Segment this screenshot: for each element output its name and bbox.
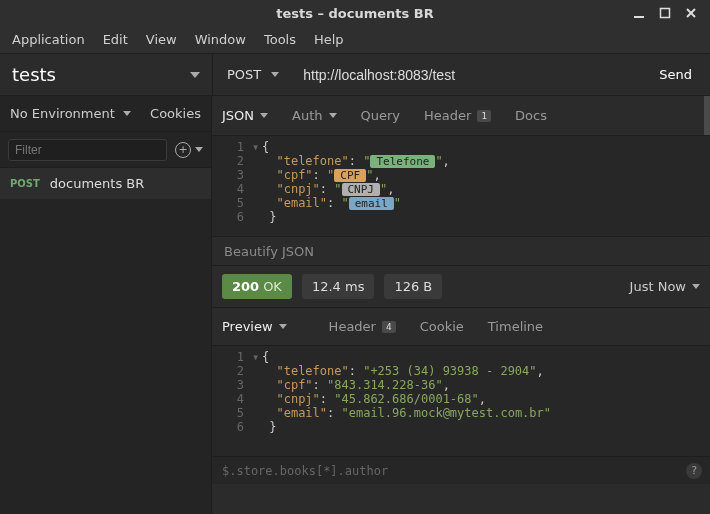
chevron-down-icon bbox=[123, 111, 131, 116]
code-line: 5 "email": "email.96.mock@mytest.com.br" bbox=[212, 406, 710, 420]
fold-icon bbox=[252, 364, 262, 378]
tab-header[interactable]: Header 1 bbox=[424, 108, 491, 123]
time-pill[interactable]: 12.4 ms bbox=[302, 274, 375, 299]
chevron-down-icon bbox=[195, 147, 203, 152]
template-chip[interactable]: email bbox=[349, 197, 394, 210]
tab-docs[interactable]: Docs bbox=[515, 108, 547, 123]
tab-timeline[interactable]: Timeline bbox=[488, 319, 543, 334]
code-content: "cnpj": "45.862.686/0001-68", bbox=[262, 392, 486, 406]
jsonpath-placeholder: $.store.books[*].author bbox=[222, 464, 388, 478]
response-tabs: Preview Header 4 Cookie Timeline bbox=[212, 308, 710, 346]
chevron-down-icon bbox=[260, 113, 268, 118]
fold-icon bbox=[252, 392, 262, 406]
request-tabs: JSON Auth Query Header 1 Docs bbox=[212, 96, 710, 136]
chevron-down-icon bbox=[271, 72, 279, 77]
code-content: } bbox=[262, 210, 276, 224]
send-button[interactable]: Send bbox=[641, 54, 710, 95]
menu-application[interactable]: Application bbox=[4, 28, 93, 51]
line-number: 3 bbox=[212, 168, 252, 182]
code-content: "email": "email" bbox=[262, 196, 401, 210]
topbar: tests POST Send bbox=[0, 54, 710, 96]
add-request-button[interactable]: + bbox=[175, 142, 203, 158]
line-number: 5 bbox=[212, 196, 252, 210]
template-chip[interactable]: Telefone bbox=[370, 155, 435, 168]
line-number: 2 bbox=[212, 364, 252, 378]
menu-edit[interactable]: Edit bbox=[95, 28, 136, 51]
line-number: 4 bbox=[212, 182, 252, 196]
tab-body-json[interactable]: JSON bbox=[222, 108, 268, 123]
beautify-json-button[interactable]: Beautify JSON bbox=[212, 236, 710, 266]
template-chip[interactable]: CPF bbox=[334, 169, 366, 182]
environment-label: No Environment bbox=[10, 106, 115, 121]
line-number: 2 bbox=[212, 154, 252, 168]
request-name: documents BR bbox=[50, 176, 144, 191]
history-dropdown[interactable]: Just Now bbox=[630, 279, 700, 294]
resp-header-count-badge: 4 bbox=[382, 321, 396, 333]
code-content: "email": "email.96.mock@mytest.com.br" bbox=[262, 406, 551, 420]
code-line: 4 "cnpj": "45.862.686/0001-68", bbox=[212, 392, 710, 406]
line-number: 3 bbox=[212, 378, 252, 392]
line-number: 1 bbox=[212, 140, 252, 154]
menu-help[interactable]: Help bbox=[306, 28, 352, 51]
line-number: 4 bbox=[212, 392, 252, 406]
line-number: 6 bbox=[212, 420, 252, 434]
tab-auth[interactable]: Auth bbox=[292, 108, 336, 123]
menu-view[interactable]: View bbox=[138, 28, 185, 51]
response-body-viewer[interactable]: 1▾{2 "telefone": "+253 (34) 93938 - 2904… bbox=[212, 346, 710, 456]
size-pill[interactable]: 126 B bbox=[384, 274, 442, 299]
method-dropdown[interactable]: POST bbox=[212, 54, 293, 95]
maximize-button[interactable] bbox=[658, 6, 672, 20]
plus-icon: + bbox=[175, 142, 191, 158]
code-line: 6 } bbox=[212, 210, 710, 224]
tab-cookie[interactable]: Cookie bbox=[420, 319, 464, 334]
scrollbar[interactable] bbox=[704, 96, 710, 135]
code-content: { bbox=[262, 140, 269, 154]
fold-icon bbox=[252, 406, 262, 420]
fold-icon[interactable]: ▾ bbox=[252, 140, 262, 154]
workspace-tab[interactable]: tests bbox=[0, 54, 212, 95]
code-content: "cpf": "843.314.228-36", bbox=[262, 378, 450, 392]
code-line: 2 "telefone": "+253 (34) 93938 - 2904", bbox=[212, 364, 710, 378]
fold-icon bbox=[252, 420, 262, 434]
code-content: "cnpj": "CNPJ", bbox=[262, 182, 394, 196]
status-pill[interactable]: 200OK bbox=[222, 274, 292, 299]
code-content: "cpf": "CPF", bbox=[262, 168, 381, 182]
sidebar: No Environment Cookies + POST documents … bbox=[0, 96, 212, 514]
minimize-button[interactable] bbox=[632, 6, 646, 20]
environment-dropdown[interactable]: No Environment bbox=[10, 106, 131, 121]
filter-input[interactable] bbox=[8, 139, 167, 161]
tab-query[interactable]: Query bbox=[361, 108, 401, 123]
help-icon[interactable]: ? bbox=[686, 463, 702, 479]
content-area: JSON Auth Query Header 1 Docs 1▾{2 "tele… bbox=[212, 96, 710, 514]
menu-window[interactable]: Window bbox=[187, 28, 254, 51]
fold-icon bbox=[252, 210, 262, 224]
fold-icon bbox=[252, 378, 262, 392]
tab-resp-header[interactable]: Header 4 bbox=[329, 319, 396, 334]
code-content: } bbox=[262, 420, 276, 434]
template-chip[interactable]: CNPJ bbox=[342, 183, 381, 196]
menu-tools[interactable]: Tools bbox=[256, 28, 304, 51]
code-line: 6 } bbox=[212, 420, 710, 434]
titlebar: tests – documents BR bbox=[0, 0, 710, 26]
code-line: 1▾{ bbox=[212, 140, 710, 154]
code-content: "telefone": "+253 (34) 93938 - 2904", bbox=[262, 364, 544, 378]
status-text: OK bbox=[263, 279, 282, 294]
url-bar[interactable] bbox=[293, 54, 641, 95]
close-button[interactable] bbox=[684, 6, 698, 20]
chevron-down-icon bbox=[329, 113, 337, 118]
header-count-badge: 1 bbox=[477, 110, 491, 122]
jsonpath-bar[interactable]: $.store.books[*].author ? bbox=[212, 456, 710, 484]
request-list: POST documents BR bbox=[0, 168, 211, 514]
method-label: POST bbox=[227, 67, 261, 82]
fold-icon bbox=[252, 196, 262, 210]
line-number: 5 bbox=[212, 406, 252, 420]
code-line: 5 "email": "email" bbox=[212, 196, 710, 210]
code-line: 4 "cnpj": "CNPJ", bbox=[212, 182, 710, 196]
svg-rect-1 bbox=[661, 9, 670, 18]
request-item[interactable]: POST documents BR bbox=[0, 168, 211, 199]
tab-preview[interactable]: Preview bbox=[222, 319, 287, 334]
fold-icon[interactable]: ▾ bbox=[252, 350, 262, 364]
request-body-editor[interactable]: 1▾{2 "telefone": "Telefone",3 "cpf": "CP… bbox=[212, 136, 710, 236]
cookies-button[interactable]: Cookies bbox=[150, 106, 201, 121]
url-input[interactable] bbox=[303, 67, 631, 83]
